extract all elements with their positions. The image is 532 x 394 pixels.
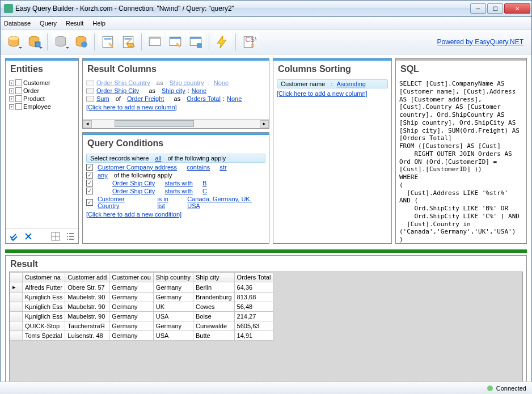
row-header[interactable]: ▸ xyxy=(10,282,23,293)
cell[interactable]: Maubelstr. 90 xyxy=(65,312,109,321)
grid-icon[interactable] xyxy=(51,232,60,241)
cell[interactable]: Luisenstr. 48 xyxy=(65,331,109,341)
menu-help[interactable]: Help xyxy=(92,20,105,27)
maximize-button[interactable]: ☐ xyxy=(487,3,503,14)
cell[interactable]: Germany xyxy=(153,293,193,302)
entity-checkbox[interactable] xyxy=(15,87,22,94)
cell[interactable]: Maubelstr. 90 xyxy=(65,302,109,312)
cell[interactable]: 813,68 xyxy=(234,293,273,302)
add-condition-link[interactable]: [Click here to add a new condition] xyxy=(86,210,265,219)
powered-by-link[interactable]: Powered by EasyQuery.NET xyxy=(437,38,523,46)
sql-text[interactable]: SELECT [Cust].CompanyName AS [Customer n… xyxy=(396,77,526,243)
execute-button[interactable] xyxy=(213,32,232,52)
minimize-button[interactable]: ─ xyxy=(470,3,486,14)
cell[interactable]: Alfreds Futter xyxy=(23,282,65,293)
list-icon[interactable] xyxy=(66,232,75,241)
cell[interactable]: USA xyxy=(153,331,193,341)
menu-database[interactable]: Database xyxy=(4,20,31,27)
root-condition[interactable]: Select records where all of the followin… xyxy=(86,154,265,163)
cell[interactable]: Boise xyxy=(193,312,235,321)
cell[interactable]: Butte xyxy=(193,331,235,341)
cell[interactable]: Kµniglich Ess xyxy=(23,302,65,312)
row-header[interactable] xyxy=(10,321,23,331)
column-header[interactable]: Customer na xyxy=(23,273,65,282)
cell[interactable]: 14,91 xyxy=(234,331,273,341)
check-all-icon[interactable] xyxy=(9,232,18,241)
export-csv-button[interactable]: CSV xyxy=(239,32,259,52)
cond-checkbox[interactable] xyxy=(86,188,93,194)
query-new-button[interactable] xyxy=(98,32,117,52)
entity-item[interactable]: +Order xyxy=(9,87,75,95)
cell[interactable]: Cunewalde xyxy=(193,321,235,331)
window-title: Easy Query Builder - Korzh.com - Connect… xyxy=(15,5,470,12)
column-header[interactable]: Customer add xyxy=(65,273,109,282)
cond-checkbox[interactable] xyxy=(86,164,93,171)
entity-checkbox[interactable] xyxy=(15,103,22,110)
panel-button-1[interactable] xyxy=(145,32,164,52)
entity-checkbox[interactable] xyxy=(15,79,22,86)
cell[interactable]: Germany xyxy=(109,282,153,293)
entity-checkbox[interactable] xyxy=(15,95,22,102)
column-header[interactable]: Ship city xyxy=(193,273,235,282)
db-connect-button[interactable] xyxy=(24,32,44,52)
menu-result[interactable]: Result xyxy=(66,20,83,27)
cell[interactable]: Kµniglich Ess xyxy=(23,312,65,321)
cell[interactable]: Germany xyxy=(109,293,153,302)
cell[interactable]: Germany xyxy=(153,321,193,331)
cell[interactable]: 64,36 xyxy=(234,282,273,293)
cell[interactable]: 5605,63 xyxy=(234,321,273,331)
db-action-button[interactable] xyxy=(51,32,70,52)
row-header[interactable] xyxy=(10,331,23,341)
cond-checkbox[interactable] xyxy=(86,199,93,206)
cell[interactable]: Germany xyxy=(109,321,153,331)
hscrollbar[interactable]: ◄► xyxy=(83,119,269,128)
column-header[interactable]: Orders Total xyxy=(234,273,273,282)
cell[interactable]: Maubelstr. 90 xyxy=(65,293,109,302)
cell[interactable]: Kµniglich Ess xyxy=(23,293,65,302)
row-header[interactable] xyxy=(10,293,23,302)
cell[interactable]: QUICK-Stop xyxy=(23,321,65,331)
cell[interactable]: Germany xyxy=(109,312,153,321)
expand-icon[interactable]: + xyxy=(9,104,14,109)
cell[interactable]: Germany xyxy=(153,282,193,293)
cell[interactable]: Germany xyxy=(109,302,153,312)
query-open-button[interactable] xyxy=(119,32,138,52)
sort-row[interactable]: Customer name : Ascending xyxy=(277,79,388,88)
row-header[interactable] xyxy=(10,302,23,312)
cond-checkbox[interactable] xyxy=(86,180,93,187)
cell[interactable]: Berlin xyxy=(193,282,235,293)
entity-item[interactable]: +Product xyxy=(9,95,75,103)
add-column-link[interactable]: [Click here to add a new column] xyxy=(86,103,265,112)
cell[interactable]: Toms Spezial xyxy=(23,331,65,341)
cell[interactable]: USA xyxy=(153,312,193,321)
cell[interactable]: 214,27 xyxy=(234,312,273,321)
cell[interactable]: 56,48 xyxy=(234,302,273,312)
uncheck-all-icon[interactable] xyxy=(24,232,33,241)
cell[interactable]: Cowes xyxy=(193,302,235,312)
svg-point-1 xyxy=(9,36,18,40)
panel-button-3[interactable] xyxy=(186,32,205,52)
cell[interactable]: Brandenburg xyxy=(193,293,235,302)
expand-icon[interactable]: + xyxy=(9,81,14,86)
panel-button-2[interactable] xyxy=(166,32,185,52)
cell[interactable]: UK xyxy=(153,302,193,312)
close-button[interactable]: ✕ xyxy=(504,3,530,14)
expand-icon[interactable]: + xyxy=(9,88,14,94)
db-refresh-button[interactable] xyxy=(71,32,91,52)
cond-checkbox[interactable] xyxy=(86,172,93,179)
row-header[interactable] xyxy=(10,312,23,321)
column-header[interactable]: Ship country xyxy=(153,273,193,282)
cell[interactable]: TaucherstraЯ xyxy=(65,321,109,331)
db-open-button[interactable] xyxy=(4,32,23,52)
menu-query[interactable]: Query xyxy=(40,20,57,27)
columns-sorting-panel: Columns Sorting Customer name : Ascendin… xyxy=(273,58,392,244)
entity-item[interactable]: +Employee xyxy=(9,103,75,111)
cell[interactable]: Germany xyxy=(109,331,153,341)
splitter[interactable] xyxy=(5,249,527,253)
cell[interactable]: Obere Str. 57 xyxy=(65,282,109,293)
expand-icon[interactable]: + xyxy=(9,96,14,101)
entity-item[interactable]: +Customer xyxy=(9,79,75,87)
result-grid[interactable]: Customer naCustomer addCustomer couShip … xyxy=(9,272,523,386)
column-header[interactable]: Customer cou xyxy=(109,273,153,282)
add-sort-link[interactable]: [Click here to add a new column] xyxy=(277,89,388,98)
